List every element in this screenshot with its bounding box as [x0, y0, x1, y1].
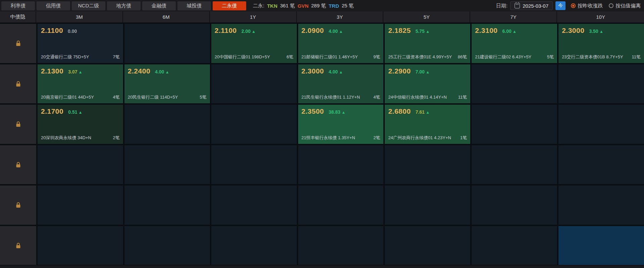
radio-dot[interactable]: [609, 3, 613, 8]
lock-cell-row-3[interactable]: [0, 105, 36, 144]
empty-cell-3Y-row-5[interactable]: [298, 185, 384, 225]
bond-cell-5Y-row-2[interactable]: 2.29007.00 ▲24中信银行永续债01 4.14Y+N11笔: [385, 64, 470, 104]
empty-cell-5Y-row-6[interactable]: [385, 226, 470, 265]
empty-cell-1Y-row-4[interactable]: [211, 145, 297, 184]
bond-price: 2.2900: [388, 67, 411, 75]
bond-name: 24广州农商行永续债01 4.23Y+N: [388, 135, 451, 141]
selected-cell-10Y-row-6[interactable]: [558, 226, 644, 265]
empty-cell-1Y-row-3[interactable]: [211, 105, 297, 144]
cell-topline: 2.31006.00 ▲: [475, 26, 554, 35]
tab-2[interactable]: 信用债: [37, 1, 70, 10]
up-arrow-icon: ▲: [598, 29, 603, 34]
bond-price: 2.1825: [388, 26, 411, 35]
tab-4[interactable]: 地方债: [107, 1, 141, 10]
trade-count: 7笔: [113, 54, 120, 60]
empty-cell-7Y-row-6[interactable]: [472, 226, 557, 265]
empty-cell-3Y-row-6[interactable]: [298, 226, 384, 265]
empty-cell-7Y-row-2[interactable]: [472, 64, 557, 104]
empty-cell-3Y-row-4[interactable]: [298, 145, 384, 184]
empty-cell-6M-row-4[interactable]: [124, 145, 210, 184]
bond-cell-5Y-row-3[interactable]: 2.68007.61 ▲24广州农商行永续债01 4.23Y+N1笔: [385, 105, 470, 144]
calendar-icon[interactable]: [515, 3, 520, 8]
empty-cell-7Y-row-3[interactable]: [472, 105, 557, 144]
empty-cell-10Y-row-3[interactable]: [558, 105, 644, 144]
cell-nameline: 21邮储银行二级01 1.46Y+5Y9笔: [302, 54, 380, 60]
bond-cell-7Y-row-1[interactable]: 2.31006.00 ▲21建设银行二级02 6.43Y+5Y5笔: [472, 24, 557, 63]
horizontal-scrollbar[interactable]: [0, 265, 644, 268]
cell-topline: 2.68007.61 ▲: [388, 107, 467, 115]
bond-cell-3M-row-2[interactable]: 2.13003.07 ▲20南京银行二级01 44D+5Y4笔: [38, 64, 123, 104]
date-value: 2025-03-07: [523, 3, 548, 9]
empty-cell-10Y-row-5[interactable]: [558, 185, 644, 225]
bond-cell-5Y-row-1[interactable]: 2.18255.75 ▲25工行二级资本债01E 4.99Y+5Y86笔: [385, 24, 470, 63]
lock-cell-row-2[interactable]: [0, 64, 36, 104]
radio-label: 按估值偏离: [615, 3, 641, 9]
bond-cell-3Y-row-1[interactable]: 2.09004.00 ▲21邮储银行二级01 1.46Y+5Y9笔: [298, 24, 384, 63]
empty-cell-7Y-row-4[interactable]: [472, 145, 557, 184]
lock-icon[interactable]: [16, 40, 21, 46]
tab-7[interactable]: 二永债: [213, 1, 246, 10]
bond-change: 38.83 ▲: [329, 109, 345, 115]
lock-icon[interactable]: [16, 121, 21, 127]
trade-count: 2笔: [373, 135, 380, 141]
radio-dot[interactable]: [571, 3, 576, 8]
tab-5[interactable]: 金融债: [142, 1, 176, 10]
lock-cell-row-1[interactable]: [0, 24, 36, 63]
radio-option-2[interactable]: 按估值偏离: [609, 3, 641, 9]
trade-count: 9笔: [373, 54, 380, 60]
empty-cell-5Y-row-4[interactable]: [385, 145, 470, 184]
empty-cell-6M-row-3[interactable]: [124, 105, 210, 144]
bond-cell-1Y-row-1[interactable]: 2.11002.00 ▲20中国银行二级01 198D+5Y6笔: [211, 24, 297, 63]
header-col-1Y: 1Y: [210, 11, 297, 22]
empty-cell-6M-row-1[interactable]: [124, 24, 210, 63]
trade-count: 11笔: [632, 54, 641, 60]
empty-cell-1Y-row-2[interactable]: [211, 64, 297, 104]
date-input[interactable]: 2025-03-07: [510, 1, 553, 10]
bond-cell-3M-row-3[interactable]: 2.17000.51 ▲20深圳农商永续债 34D+N2笔: [38, 105, 123, 144]
empty-cell-6M-row-6[interactable]: [124, 226, 210, 265]
tab-1[interactable]: 利率债: [1, 1, 35, 10]
today-button[interactable]: 今: [555, 1, 566, 10]
empty-cell-3M-row-5[interactable]: [38, 185, 123, 225]
empty-cell-10Y-row-2[interactable]: [558, 64, 644, 104]
stat-count-trd: 25 笔: [342, 3, 354, 9]
bond-cell-10Y-row-1[interactable]: 2.30003.50 ▲23交行二级资本债01B 8.7Y+5Y11笔: [558, 24, 644, 63]
bond-change: 7.00 ▲: [416, 69, 430, 74]
bond-cell-6M-row-2[interactable]: 2.24004.00 ▲20民生银行二级 114D+5Y5笔: [124, 64, 210, 104]
grid-body: 2.11000.0020交通银行二级 75D+5Y7笔2.11002.00 ▲2…: [0, 22, 644, 265]
lock-icon[interactable]: [16, 243, 21, 249]
lock-icon[interactable]: [16, 202, 21, 208]
cell-topline: 2.13003.07 ▲: [41, 67, 120, 75]
empty-cell-1Y-row-6[interactable]: [211, 226, 297, 265]
empty-cell-7Y-row-5[interactable]: [472, 185, 557, 225]
lock-cell-row-5[interactable]: [0, 185, 36, 225]
empty-cell-1Y-row-5[interactable]: [211, 185, 297, 225]
header-col-6M: 6M: [123, 11, 210, 22]
lock-cell-row-4[interactable]: [0, 145, 36, 184]
bond-cell-3M-row-1[interactable]: 2.11000.0020交通银行二级 75D+5Y7笔: [38, 24, 123, 63]
tab-3[interactable]: NCD二级: [72, 1, 105, 10]
cell-nameline: 20中国银行二级01 198D+5Y6笔: [215, 54, 293, 60]
trade-count: 5笔: [200, 94, 206, 100]
bond-name: 24中信银行永续债01 4.14Y+N: [388, 94, 446, 100]
bond-price: 2.2400: [128, 67, 150, 75]
empty-cell-3M-row-6[interactable]: [38, 226, 123, 265]
empty-cell-6M-row-5[interactable]: [124, 185, 210, 225]
tab-6[interactable]: 城投债: [177, 1, 211, 10]
lock-icon[interactable]: [16, 81, 21, 87]
bond-price: 2.1300: [41, 67, 63, 75]
lock-icon[interactable]: [16, 162, 21, 168]
header-col-3Y: 3Y: [297, 11, 384, 22]
empty-cell-5Y-row-5[interactable]: [385, 185, 470, 225]
lock-cell-row-6[interactable]: [0, 226, 36, 265]
bond-cell-3Y-row-3[interactable]: 2.350038.83 ▲21恒丰银行永续债 1.35Y+N2笔: [298, 105, 384, 144]
bond-price: 2.1700: [41, 107, 63, 115]
radio-option-1[interactable]: 按昨收涨跌: [571, 3, 603, 9]
cell-topline: 2.17000.51 ▲: [41, 107, 120, 115]
bond-cell-3Y-row-2[interactable]: 2.30004.00 ▲21民生银行永续债01 1.12Y+N4笔: [298, 64, 384, 104]
cell-nameline: 24中信银行永续债01 4.14Y+N11笔: [388, 94, 467, 100]
empty-cell-3M-row-4[interactable]: [38, 145, 123, 184]
cell-topline: 2.18255.75 ▲: [388, 26, 467, 35]
empty-cell-10Y-row-4[interactable]: [558, 145, 644, 184]
top-bar: 利率债信用债NCD二级地方债金融债城投债二永债 二永: TKN361 笔GVN2…: [0, 0, 644, 11]
